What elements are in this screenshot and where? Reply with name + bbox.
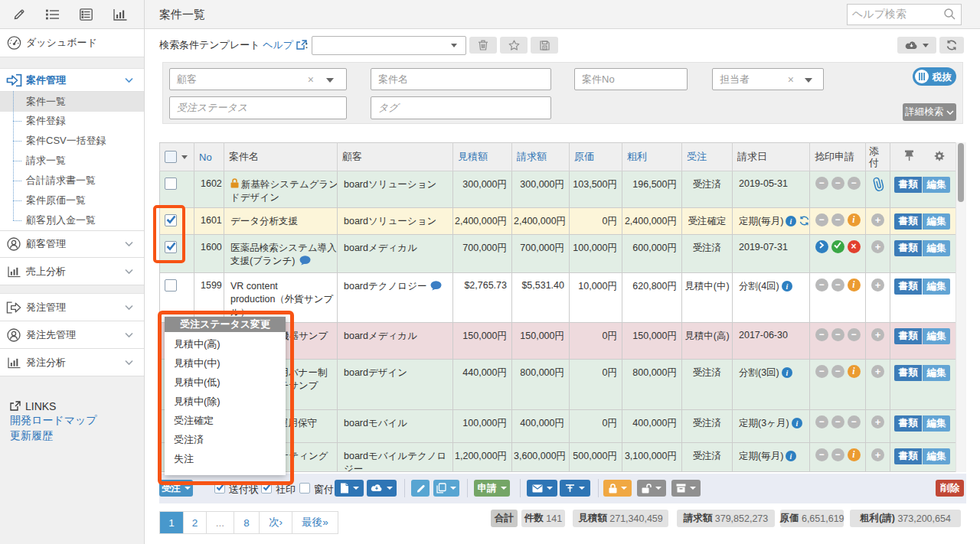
svg-text:i: i	[790, 217, 792, 226]
svg-text:i: i	[786, 282, 788, 291]
svg-text:i: i	[795, 419, 798, 428]
svg-text:i: i	[786, 369, 788, 377]
svg-text:i: i	[790, 452, 792, 461]
